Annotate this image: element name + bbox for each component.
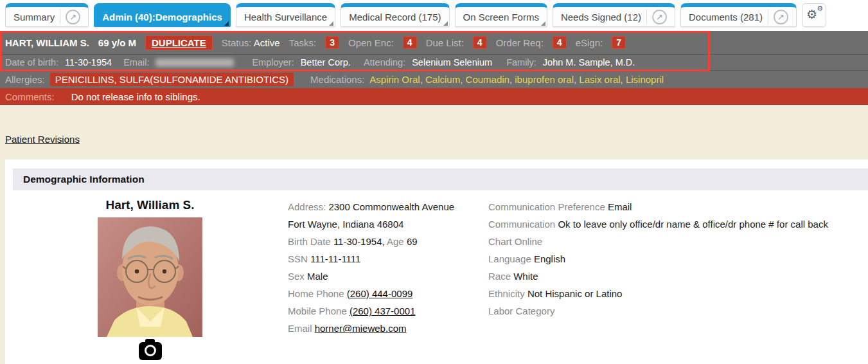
medication-item[interactable]: Lisinopril	[626, 74, 664, 85]
tab-label: Summary	[13, 12, 55, 23]
duplicate-flag[interactable]: DUPLICATE	[145, 35, 213, 50]
tab-medical-record[interactable]: Medical Record (175)	[341, 3, 449, 27]
ethnicity-label: Ethnicity	[488, 288, 525, 299]
order-req-count-badge[interactable]: 4	[553, 36, 567, 49]
address-line1: 2300 Commonwealth Avenue	[328, 201, 454, 212]
comments-label: Comments:	[5, 91, 55, 102]
main-content: Patient Revisions Demographic Informatio…	[0, 105, 868, 364]
tab-divider	[768, 9, 768, 24]
tab-documents[interactable]: Documents (281) ↗	[680, 3, 797, 27]
patient-name: HART, WILLIAM S.	[5, 37, 89, 48]
camera-icon[interactable]	[139, 342, 162, 360]
language-value: English	[534, 253, 565, 264]
medication-item[interactable]: Calcium	[425, 74, 466, 85]
tab-bar: Summary ↗ Admin (40):Demographics Health…	[0, 0, 868, 31]
status-label: Status:	[222, 37, 252, 48]
patient-photo	[98, 217, 202, 337]
communication-preference-value: Email	[608, 201, 632, 212]
tab-label: Health Surveillance	[244, 12, 327, 23]
race-row: Race White	[488, 269, 863, 284]
medication-item[interactable]: Coumadin	[466, 74, 515, 85]
dropdown-corner-icon	[443, 21, 448, 26]
patient-header-comments-row: Comments: Do not release info to sibling…	[0, 88, 868, 105]
employer-label: Employer:	[252, 57, 294, 68]
address-label: Address:	[288, 201, 326, 212]
due-list-count-badge[interactable]: 4	[473, 36, 487, 49]
ssn-label: SSN	[288, 253, 308, 264]
attending-value: Selenium Selenium	[412, 57, 492, 68]
allergies-label: Allergies:	[5, 74, 45, 85]
home-phone-link[interactable]: (260) 444-0099	[347, 288, 413, 299]
medication-item[interactable]: Lasix oral	[579, 74, 626, 85]
tasks-count-badge[interactable]: 3	[325, 36, 339, 49]
dropdown-corner-icon	[224, 21, 229, 26]
open-in-new-icon[interactable]: ↗	[774, 10, 788, 24]
open-in-new-icon[interactable]: ↗	[652, 10, 667, 24]
chart-online-row: Chart Online	[488, 234, 863, 249]
comments-value: Do not release info to siblings.	[71, 91, 200, 102]
section-header: Demographic Information	[13, 168, 868, 190]
birth-date-value: 11-30-1954,	[333, 236, 385, 247]
tab-summary[interactable]: Summary ↗	[5, 3, 89, 27]
communication-row: Communication Ok to leave only office/dr…	[488, 217, 863, 232]
tasks-label: Tasks:	[289, 37, 317, 48]
medications-list: Aspirin Oral Calcium Coumadin ibuprofen …	[369, 74, 664, 85]
ssn-row: SSN 111-11-1111	[288, 251, 484, 266]
chart-online-label: Chart Online	[488, 236, 542, 247]
status-value: Active	[254, 37, 280, 48]
labor-category-label: Labor Category	[488, 305, 554, 316]
email-label: Email:	[123, 57, 149, 68]
tab-admin-demographics[interactable]: Admin (40):Demographics	[94, 3, 231, 27]
medication-item[interactable]: ibuprofen oral	[515, 74, 579, 85]
allergies-value[interactable]: PENICILLINS, SULFA(SULFONAMIDE ANTIBIOTI…	[50, 73, 294, 86]
patient-age-sex: 69 y/o M	[98, 37, 136, 48]
patient-revisions-link[interactable]: Patient Revisions	[5, 134, 80, 145]
patient-photo-column: Hart, William S.	[87, 198, 213, 360]
gear-icon: ⚙	[817, 5, 823, 12]
family-label: Family:	[506, 57, 536, 68]
tab-label: Medical Record (175)	[349, 12, 441, 23]
email-label: Email	[288, 323, 312, 334]
patient-display-name: Hart, William S.	[87, 198, 213, 212]
mobile-phone-link[interactable]: (260) 437-0001	[350, 305, 416, 316]
employer-value: Better Corp.	[301, 57, 351, 68]
language-row: Language English	[488, 251, 863, 266]
ethnicity-row: Ethnicity Not Hispanic or Latino	[488, 286, 863, 301]
medications-label: Medications:	[310, 74, 364, 85]
patient-header: HART, WILLIAM S. 69 y/o M DUPLICATE Stat…	[0, 31, 868, 105]
tab-label: On Screen Forms	[463, 12, 539, 23]
ethnicity-value: Not Hispanic or Latino	[527, 288, 623, 299]
tab-health-surveillance[interactable]: Health Surveillance	[236, 3, 335, 27]
sex-row: Sex Male	[288, 269, 484, 284]
race-label: Race	[488, 271, 511, 282]
demographic-details-column: Address: 2300 Commonwealth Avenue Fort W…	[288, 199, 484, 338]
redacted-email-value	[155, 59, 234, 67]
esign-label: eSign:	[576, 37, 603, 48]
birth-date-row: Birth Date 11-30-1954, Age 69	[288, 234, 484, 249]
family-value: John M. Sample, M.D.	[543, 57, 635, 68]
home-phone-row: Home Phone (260) 444-0099	[288, 286, 484, 301]
labor-category-row: Labor Category	[488, 304, 863, 318]
tab-on-screen-forms[interactable]: On Screen Forms	[455, 3, 547, 27]
mobile-phone-row: Mobile Phone (260) 437-0001	[288, 304, 484, 318]
order-req-label: Order Req:	[496, 37, 544, 48]
patient-header-row-1: HART, WILLIAM S. 69 y/o M DUPLICATE Stat…	[0, 31, 868, 55]
tab-label: Admin (40):Demographics	[102, 12, 222, 23]
settings-button[interactable]: ⚙ ⚙	[802, 3, 826, 27]
tab-divider	[60, 9, 60, 24]
patient-header-row-2: Date of birth: 11-30-1954 Email: Employe…	[0, 55, 868, 71]
open-in-new-icon[interactable]: ↗	[66, 10, 80, 24]
open-enc-count-badge[interactable]: 4	[403, 36, 417, 49]
medication-item[interactable]: Aspirin Oral	[369, 74, 425, 85]
email-link[interactable]: horner@mieweb.com	[315, 323, 407, 334]
home-phone-label: Home Phone	[288, 288, 344, 299]
age-value: 69	[407, 236, 418, 247]
race-value: White	[513, 271, 538, 282]
communication-preference-label: Communication Preference	[488, 201, 605, 212]
esign-count-badge[interactable]: 7	[612, 36, 626, 49]
tab-needs-signed[interactable]: Needs Signed (12) ↗	[553, 3, 675, 27]
address-line2: Fort Wayne, Indiana 46804	[288, 219, 403, 230]
ssn-value: 111-11-1111	[310, 253, 360, 264]
language-label: Language	[488, 253, 531, 264]
communication-preference-row: Communication Preference Email	[488, 199, 863, 214]
